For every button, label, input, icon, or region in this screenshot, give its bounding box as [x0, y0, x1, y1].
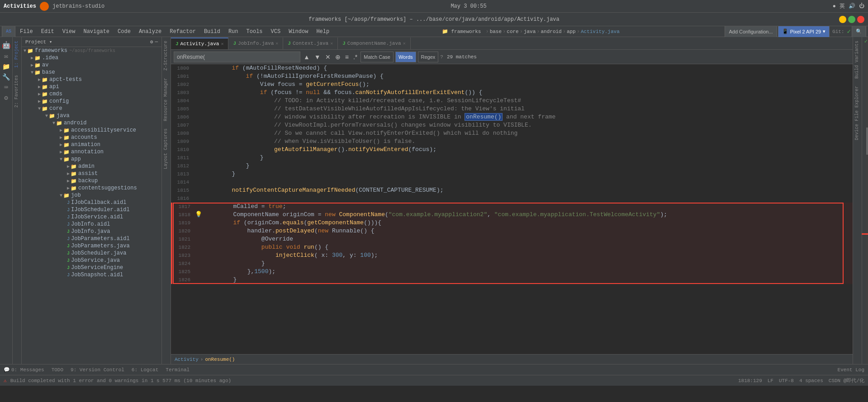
tree-item-accounts[interactable]: ▶ 📁 accounts: [22, 134, 161, 141]
tree-item-jobinfo-java[interactable]: J JobInfo.java: [22, 228, 161, 235]
tree-item-frameworks[interactable]: ▼ 📁 frameworks ~/aosp/frameworks: [22, 47, 161, 54]
tree-item-jobservice[interactable]: J JobService.java: [22, 257, 161, 264]
tab-terminal[interactable]: Terminal: [164, 366, 191, 374]
sidebar-icon-folder[interactable]: 📁: [2, 63, 10, 71]
scrollbar-thumb[interactable]: [866, 128, 868, 155]
menu-refactor[interactable]: Refactor: [166, 28, 199, 36]
sidebar-icon-android[interactable]: 🤖: [2, 41, 11, 50]
line-ending[interactable]: LF: [768, 378, 773, 383]
menu-analyze[interactable]: Analyze: [135, 28, 165, 36]
sidebar-icon-terminal[interactable]: ⌨: [4, 84, 8, 91]
breadcrumb-file[interactable]: Activity.java: [581, 29, 620, 34]
sidebar-icon-gear[interactable]: ⚙: [4, 94, 8, 102]
tab-close-jobinfo[interactable]: ✕: [275, 41, 278, 46]
search-expand-button[interactable]: ⊕: [334, 53, 342, 61]
menu-edit[interactable]: Edit: [38, 28, 58, 36]
tree-item-android[interactable]: ▼ 📁 android: [22, 119, 161, 127]
left-tab-favorites[interactable]: 2: Favorites: [13, 71, 21, 111]
sidebar-icon-puzzle[interactable]: 🔧: [2, 73, 10, 81]
maximize-button[interactable]: [848, 16, 855, 23]
add-config-button[interactable]: Add Configuration...: [725, 25, 777, 38]
menu-run[interactable]: Run: [225, 28, 242, 36]
tab-messages[interactable]: 💬 0: Messages: [2, 366, 46, 374]
search-input[interactable]: [174, 52, 300, 62]
menu-file[interactable]: File: [16, 28, 37, 36]
project-close-icon[interactable]: —: [155, 39, 158, 45]
tab-activity-java[interactable]: J Activity.java ✕: [171, 38, 228, 49]
tab-close-componentname[interactable]: ✕: [403, 41, 406, 46]
tab-version-control[interactable]: 9: Version Control: [69, 366, 126, 374]
regex-button[interactable]: Regex: [418, 52, 439, 62]
breadcrumb-java[interactable]: java: [524, 29, 536, 34]
tree-item-cmds[interactable]: ▶ 📁 cmds: [22, 90, 161, 98]
tree-item-jobparameters-java[interactable]: J JobParameters.java: [22, 242, 161, 250]
tree-item-backup[interactable]: ▶ 📁 backup: [22, 177, 161, 184]
tree-item-ijobcallback[interactable]: J IJobCallback.aidl: [22, 199, 161, 206]
tree-item-java[interactable]: ▼ 📁 java: [22, 112, 161, 119]
tree-item-apct-tests[interactable]: ▶ 📁 apct-tests: [22, 76, 161, 83]
tab-logcat[interactable]: 6: Logcat: [130, 366, 160, 374]
activities-button[interactable]: Activities: [4, 3, 36, 9]
tab-jobinfo-java[interactable]: J JobInfo.java ✕: [228, 38, 283, 49]
breadcrumb-base[interactable]: base: [490, 29, 502, 34]
tree-item-jobsnapshot[interactable]: J JobSnapshot.aidl: [22, 271, 161, 279]
menu-window[interactable]: Window: [285, 28, 312, 36]
tree-item-base[interactable]: ▼ 📁 base: [22, 69, 161, 76]
search-prev-button[interactable]: ▲: [302, 53, 311, 61]
vtab-build-variants[interactable]: Build Variants: [853, 37, 862, 82]
bulb-icon-1818[interactable]: 💡: [195, 211, 202, 219]
menu-tools[interactable]: Tools: [243, 28, 266, 36]
menu-help[interactable]: Help: [313, 28, 333, 36]
tree-item-jobparameters-aidl[interactable]: J JobParameters.aidl: [22, 235, 161, 242]
tab-componentname-java[interactable]: J ComponentName.java ✕: [338, 38, 410, 49]
tree-item-api[interactable]: ▶ 📁 api: [22, 83, 161, 90]
menu-build[interactable]: Build: [200, 28, 224, 36]
tab-event-log[interactable]: Event Log: [836, 366, 866, 374]
vtab-device-file-explorer[interactable]: Device File Explorer: [853, 82, 862, 144]
vtab-layout-captures[interactable]: Layout Captures: [162, 125, 171, 173]
tab-close-activity[interactable]: ✕: [221, 41, 223, 47]
tree-item-idea[interactable]: ▶ 📁 .idea: [22, 54, 161, 61]
tree-item-ijobscheduler[interactable]: J IJobScheduler.aidl: [22, 206, 161, 213]
breadcrumb-app[interactable]: app: [567, 29, 576, 34]
vtab-resource-manager[interactable]: Resource Manager: [162, 74, 171, 125]
menu-navigate[interactable]: Navigate: [80, 28, 113, 36]
encoding[interactable]: UTF-8: [779, 378, 794, 383]
tree-item-jobscheduler[interactable]: J JobScheduler.java: [22, 250, 161, 257]
search-regex-mode[interactable]: .*: [352, 53, 359, 61]
search-close-button[interactable]: ✕: [324, 53, 332, 61]
device-button[interactable]: 📱 Pixel 2 API 29 ▾: [778, 25, 830, 38]
tree-item-app[interactable]: ▼ 📁 app: [22, 156, 161, 163]
indent[interactable]: 4 spaces: [799, 378, 823, 383]
tab-todo[interactable]: TODO: [50, 366, 65, 374]
match-case-button[interactable]: Match Case: [360, 52, 394, 62]
tree-item-ijobservice[interactable]: J IJobService.aidl: [22, 213, 161, 221]
sidebar-icon-mail[interactable]: ✉: [4, 52, 8, 60]
search-everywhere-button[interactable]: 🔍: [852, 25, 866, 38]
tree-item-av[interactable]: ▶ 📁 av: [22, 61, 161, 69]
vtab-z-structure[interactable]: Z-Structure: [162, 37, 171, 74]
menu-code[interactable]: Code: [114, 28, 134, 36]
tab-context-java[interactable]: J Context.java ✕: [283, 38, 338, 49]
tree-item-job[interactable]: ▼ 📁 job: [22, 192, 161, 199]
tree-item-jobinfo-aidl[interactable]: J JobInfo.aidl: [22, 221, 161, 228]
menu-view[interactable]: View: [59, 28, 79, 36]
cursor-position[interactable]: 1818:129: [738, 378, 762, 383]
tree-item-animation[interactable]: ▶ 📁 animation: [22, 141, 161, 148]
tree-item-config[interactable]: ▶ 📁 config: [22, 98, 161, 105]
tree-item-admin[interactable]: ▶ 📁 admin: [22, 163, 161, 170]
words-button[interactable]: Words: [395, 52, 416, 62]
breadcrumb-method[interactable]: onResume(): [205, 357, 235, 362]
breadcrumb-frameworks[interactable]: 📁 frameworks: [438, 25, 485, 38]
tree-item-annotation[interactable]: ▶ 📁 annotation: [22, 148, 161, 156]
code-editor[interactable]: 1800 if (mAutoFillResetNeeded) { 1801 if…: [171, 64, 853, 354]
tree-item-assist[interactable]: ▶ 📁 assist: [22, 170, 161, 177]
tree-item-accessibilityservice[interactable]: ▶ 📁 accessibilityservice: [22, 127, 161, 134]
tree-item-jobserviceengine[interactable]: J JobServiceEngine: [22, 264, 161, 271]
left-tab-project[interactable]: 1: Project: [13, 37, 21, 71]
breadcrumb-core[interactable]: core: [507, 29, 518, 34]
search-next-button[interactable]: ▼: [313, 53, 322, 61]
tree-item-core[interactable]: ▼ 📁 core: [22, 105, 161, 112]
project-settings-icon[interactable]: ⚙: [150, 39, 153, 45]
close-button[interactable]: [857, 16, 864, 23]
